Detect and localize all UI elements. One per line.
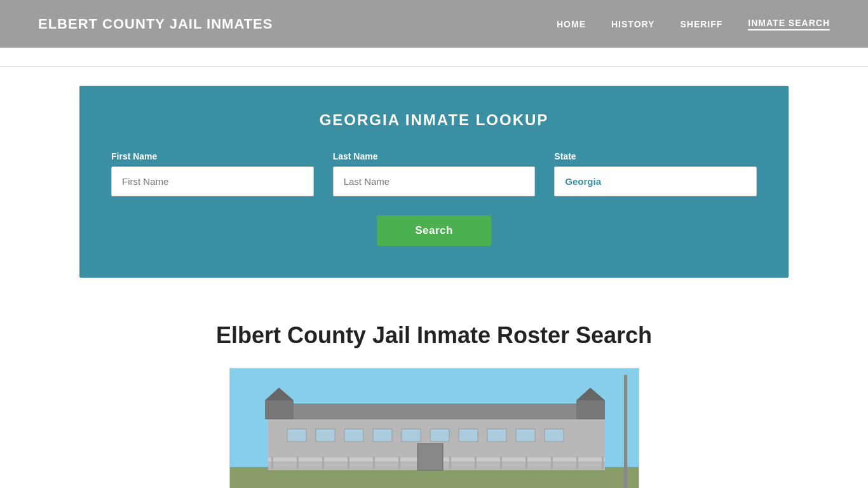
first-name-group: First Name (111, 151, 314, 196)
search-btn-row: Search (111, 215, 757, 246)
svg-rect-32 (576, 456, 578, 469)
nav-home[interactable]: HOME (557, 19, 586, 29)
main-nav: HOME HISTORY SHERIFF INMATE SEARCH (557, 18, 830, 30)
state-input[interactable] (554, 166, 757, 196)
last-name-label: Last Name (333, 151, 536, 161)
svg-marker-4 (265, 400, 294, 419)
main-content: Elbert County Jail Inmate Roster Search (0, 297, 868, 488)
svg-rect-17 (545, 429, 564, 442)
search-panel-title: GEORGIA INMATE LOOKUP (111, 111, 757, 129)
svg-rect-9 (316, 429, 335, 442)
site-header: ELBERT COUNTY JAIL INMATES HOME HISTORY … (0, 0, 868, 48)
nav-sheriff[interactable]: SHERIFF (680, 19, 722, 29)
svg-marker-6 (576, 400, 605, 419)
first-name-label: First Name (111, 151, 314, 161)
state-label: State (554, 151, 757, 161)
jail-image-container (79, 368, 789, 488)
svg-rect-35 (417, 444, 443, 470)
last-name-group: Last Name (333, 151, 536, 196)
jail-image (229, 368, 639, 488)
search-panel: GEORGIA INMATE LOOKUP First Name Last Na… (79, 86, 789, 278)
jail-building-svg (230, 369, 639, 488)
svg-rect-12 (402, 429, 421, 442)
svg-rect-23 (348, 456, 349, 469)
last-name-input[interactable] (333, 166, 536, 196)
svg-rect-22 (322, 456, 324, 469)
svg-rect-33 (602, 456, 604, 469)
svg-rect-14 (459, 429, 478, 442)
nav-inmate-search[interactable]: INMATE SEARCH (748, 18, 830, 30)
first-name-input[interactable] (111, 166, 314, 196)
form-row: First Name Last Name State (111, 151, 757, 196)
svg-rect-15 (487, 429, 506, 442)
svg-rect-10 (344, 429, 363, 442)
state-group: State (554, 151, 757, 196)
sub-header (0, 48, 868, 67)
svg-rect-28 (475, 456, 477, 469)
svg-marker-3 (265, 403, 605, 419)
svg-rect-30 (526, 456, 527, 469)
svg-rect-16 (516, 429, 535, 442)
site-title: ELBERT COUNTY JAIL INMATES (38, 16, 273, 32)
svg-rect-21 (297, 456, 299, 469)
search-button[interactable]: Search (377, 215, 491, 246)
svg-rect-27 (449, 456, 451, 469)
svg-rect-34 (624, 375, 627, 488)
svg-rect-13 (430, 429, 449, 442)
svg-rect-11 (373, 429, 392, 442)
svg-rect-8 (287, 429, 306, 442)
svg-rect-20 (271, 456, 273, 469)
svg-rect-31 (551, 456, 553, 469)
svg-rect-25 (398, 456, 400, 469)
svg-rect-29 (500, 456, 502, 469)
page-heading: Elbert County Jail Inmate Roster Search (79, 322, 789, 349)
svg-rect-24 (373, 456, 375, 469)
nav-history[interactable]: HISTORY (611, 19, 654, 29)
